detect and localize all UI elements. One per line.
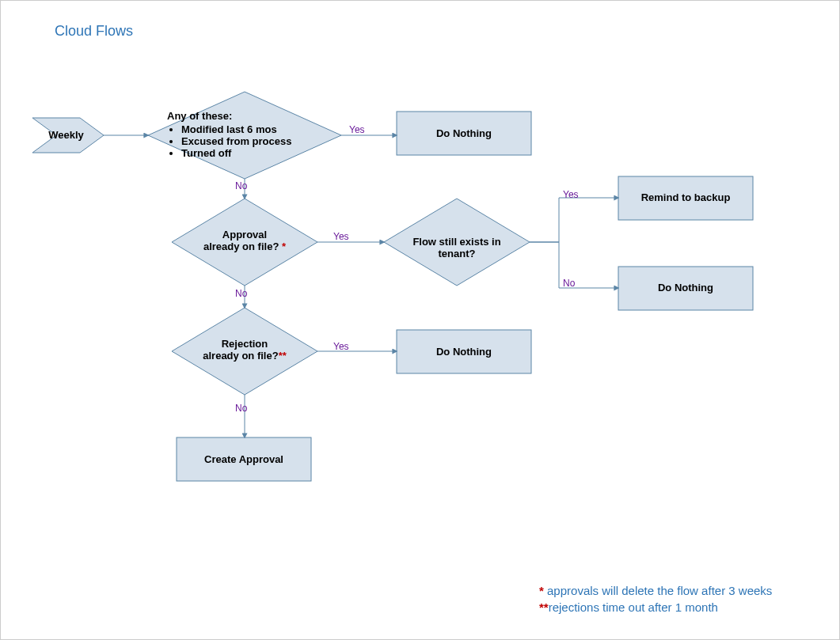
d4-line1: Rejection (222, 338, 268, 350)
page-title: Cloud Flows (55, 23, 133, 40)
footnote-2-text: rejections time out after 1 month (549, 600, 718, 614)
footnote-1: * approvals will delete the flow after 3… (539, 584, 772, 597)
footnote-1-text: approvals will delete the flow after 3 w… (547, 584, 772, 597)
edge-d2-no: No (235, 288, 247, 299)
decision-approval-on-file: Approval already on file? * (181, 229, 308, 252)
d4-line2: already on file? (203, 350, 278, 362)
process-do-nothing-1: Do Nothing (397, 127, 531, 139)
start-label: Weekly (44, 129, 88, 141)
d1-title: Any of these: (167, 110, 325, 122)
d1-bullet-1: Modified last 6 mos (181, 123, 325, 135)
d2-line1: Approval (222, 229, 267, 240)
process-create-approval: Create Approval (177, 453, 311, 465)
decision-rejection-on-file: Rejection already on file?** (181, 338, 308, 362)
d1-bullet-2: Excused from process (181, 135, 325, 147)
edge-d1-yes: Yes (349, 124, 365, 135)
diagram-frame: Cloud Flows (0, 0, 840, 640)
decision-any-of-these: Any of these: Modified last 6 mos Excuse… (167, 110, 325, 159)
decision-flow-exists: Flow still exists in tenant? (393, 236, 520, 259)
process-do-nothing-3: Do Nothing (397, 346, 531, 358)
edge-d2-yes: Yes (333, 231, 349, 242)
footnote-2-star: ** (539, 600, 549, 614)
footnote-1-star: * (539, 584, 547, 597)
edge-d3-no: No (563, 278, 575, 289)
process-remind-backup: Remind to backup (618, 191, 753, 203)
footnote-2: **rejections time out after 1 month (539, 600, 718, 614)
edge-d4-yes: Yes (333, 341, 349, 352)
process-do-nothing-2: Do Nothing (618, 282, 753, 293)
d4-star: ** (279, 350, 287, 362)
d2-line2: already on file? (203, 240, 282, 252)
edge-d4-no: No (235, 403, 247, 414)
edge-d1-no: No (235, 180, 247, 191)
edge-d3-yes: Yes (563, 189, 579, 200)
d1-bullet-3: Turned off (181, 147, 325, 159)
d2-star: * (282, 240, 286, 252)
flow-svg (1, 1, 840, 640)
